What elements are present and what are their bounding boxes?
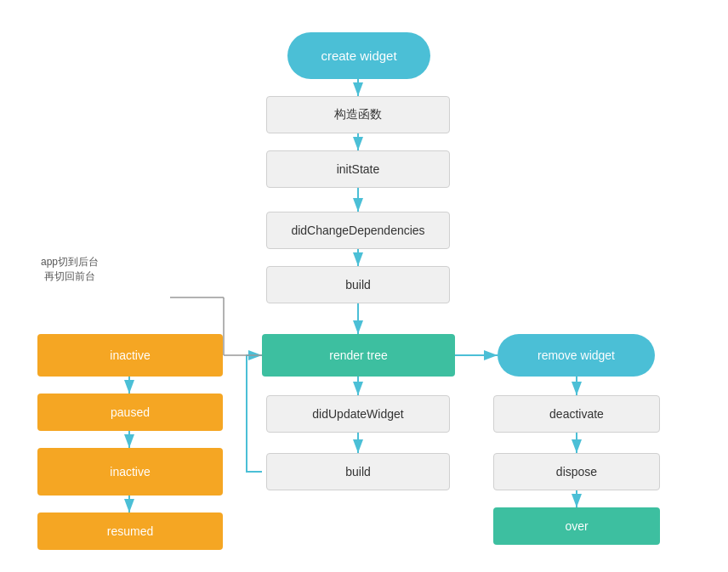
constructor-node: 构造函数: [266, 96, 450, 133]
over-node: over: [493, 507, 660, 545]
render-tree-node: render tree: [262, 334, 455, 377]
resumed-node: resumed: [37, 513, 223, 550]
create-widget-node: create widget: [287, 32, 430, 79]
init-state-node: initState: [266, 150, 450, 188]
build1-node: build: [266, 266, 450, 303]
inactive1-node: inactive: [37, 334, 223, 377]
diagram: create widget 构造函数 initState didChangeDe…: [0, 0, 728, 572]
did-update-widget-node: didUpdateWidget: [266, 395, 450, 433]
inactive2-node: inactive: [37, 448, 223, 496]
did-change-deps-node: didChangeDependencies: [266, 212, 450, 249]
build2-node: build: [266, 453, 450, 490]
app-switch-label: app切到后台再切回前台: [19, 255, 121, 284]
remove-widget-node: remove widget: [498, 334, 655, 377]
dispose-node: dispose: [493, 453, 660, 490]
deactivate-node: deactivate: [493, 395, 660, 433]
paused-node: paused: [37, 394, 223, 431]
